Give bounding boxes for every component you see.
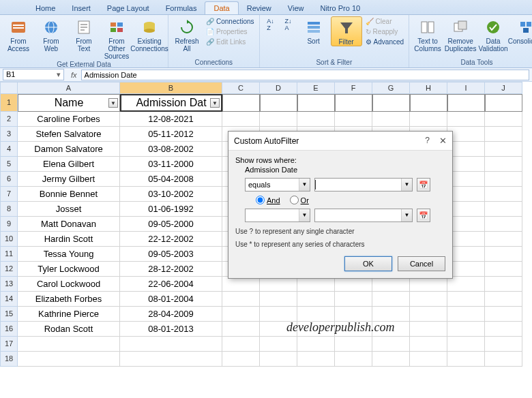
cell[interactable]	[485, 322, 522, 337]
cell[interactable]	[372, 337, 410, 352]
cell[interactable]	[372, 277, 410, 292]
cell[interactable]: Hardin Scott	[18, 232, 120, 247]
cell[interactable]	[222, 322, 260, 337]
cell[interactable]	[297, 292, 335, 307]
cell[interactable]: 08-01-2004	[120, 292, 222, 307]
cell[interactable]	[410, 94, 447, 112]
from-other-sources-button[interactable]: From Other Sources	[101, 16, 132, 60]
cell[interactable]: 09-05-2003	[120, 247, 222, 262]
cell[interactable]	[120, 352, 222, 367]
cell[interactable]	[447, 247, 485, 262]
help-button[interactable]: ?	[425, 136, 430, 146]
cell[interactable]	[485, 277, 522, 292]
cell[interactable]	[410, 352, 447, 367]
cell[interactable]	[222, 307, 260, 322]
from-access-button[interactable]: From Access	[3, 16, 34, 52]
row-header[interactable]: 7	[0, 187, 18, 202]
cell[interactable]	[410, 322, 447, 337]
cell[interactable]	[447, 94, 485, 112]
tab-view[interactable]: View	[280, 2, 312, 14]
cell[interactable]	[485, 337, 522, 352]
cell[interactable]	[447, 127, 485, 142]
cell[interactable]	[485, 232, 522, 247]
tab-insert[interactable]: Insert	[63, 2, 99, 14]
cell[interactable]: Elena Gilbert	[18, 157, 120, 172]
cell[interactable]: Kathrine Pierce	[18, 307, 120, 322]
cell[interactable]	[222, 94, 260, 112]
cell[interactable]	[485, 157, 522, 172]
ok-button[interactable]: OK	[344, 256, 392, 271]
row-header[interactable]: 14	[0, 292, 18, 307]
formula-input[interactable]: Admission Date	[81, 70, 529, 80]
cell[interactable]	[447, 112, 485, 127]
col-header-f[interactable]: F	[335, 82, 372, 94]
cell[interactable]: Carol Lockwood	[18, 277, 120, 292]
cell[interactable]	[447, 307, 485, 322]
fx-icon[interactable]: fx	[67, 71, 81, 79]
text-to-columns-button[interactable]: Text to Columns	[412, 16, 443, 52]
cell[interactable]: 01-06-1992	[120, 202, 222, 217]
cell[interactable]	[447, 172, 485, 187]
cell[interactable]	[447, 262, 485, 277]
cell[interactable]: 12-08-2021	[120, 112, 222, 127]
cell[interactable]	[372, 352, 410, 367]
col-header-c[interactable]: C	[222, 82, 260, 94]
value1-combo[interactable]: ▼	[314, 178, 413, 192]
date-picker1-button[interactable]: 📅	[417, 178, 430, 192]
data-validation-button[interactable]: Data Validation	[477, 16, 509, 52]
cell[interactable]	[447, 292, 485, 307]
col-header-i[interactable]: I	[447, 82, 485, 94]
cell[interactable]: Jermy Gilbert	[18, 172, 120, 187]
row-header[interactable]: 3	[0, 127, 18, 142]
date-picker2-button[interactable]: 📅	[417, 209, 430, 222]
cell[interactable]: 28-04-2009	[120, 307, 222, 322]
row-header[interactable]: 15	[0, 307, 18, 322]
cell[interactable]	[447, 322, 485, 337]
close-button[interactable]: ✕	[439, 136, 447, 146]
tab-formulas[interactable]: Formulas	[158, 2, 205, 14]
row-header[interactable]: 5	[0, 157, 18, 172]
cell[interactable]	[335, 292, 372, 307]
cell[interactable]	[447, 232, 485, 247]
cell[interactable]	[335, 307, 372, 322]
filter-dropdown-button[interactable]: ▼	[210, 98, 220, 108]
cell[interactable]	[372, 94, 410, 112]
cell[interactable]: 05-11-2012	[120, 127, 222, 142]
cell[interactable]	[447, 337, 485, 352]
row-header[interactable]: 2	[0, 112, 18, 127]
advanced-button[interactable]: ⚙Advanced	[364, 37, 406, 47]
col-header-a[interactable]: A	[18, 82, 120, 94]
col-header-e[interactable]: E	[297, 82, 335, 94]
operator1-combo[interactable]: equals▼	[245, 178, 310, 192]
row-header[interactable]: 18	[0, 352, 18, 367]
cell[interactable]	[410, 277, 447, 292]
row-header[interactable]: 11	[0, 247, 18, 262]
row-header[interactable]: 13	[0, 277, 18, 292]
cell[interactable]	[485, 94, 522, 112]
cell[interactable]: 03-10-2002	[120, 187, 222, 202]
cell[interactable]	[335, 337, 372, 352]
cell[interactable]	[260, 292, 297, 307]
cell[interactable]	[485, 352, 522, 367]
cell[interactable]	[335, 94, 372, 112]
col-header-h[interactable]: H	[410, 82, 447, 94]
cell[interactable]	[410, 337, 447, 352]
cell[interactable]	[222, 352, 260, 367]
cell[interactable]: 28-12-2002	[120, 262, 222, 277]
cell[interactable]	[447, 202, 485, 217]
cell[interactable]	[222, 112, 260, 127]
cell[interactable]	[485, 262, 522, 277]
reapply-button[interactable]: ↻Reapply	[364, 27, 406, 37]
cell[interactable]	[485, 172, 522, 187]
properties-button[interactable]: 📄Properties	[204, 27, 256, 37]
cell[interactable]	[222, 292, 260, 307]
cell[interactable]	[447, 142, 485, 157]
operator2-combo[interactable]: ▼	[245, 209, 310, 222]
cell[interactable]	[297, 352, 335, 367]
cancel-button[interactable]: Cancel	[398, 256, 445, 271]
cell[interactable]	[297, 337, 335, 352]
cell[interactable]: 03-08-2002	[120, 142, 222, 157]
cell[interactable]: Damon Salvatore	[18, 142, 120, 157]
tab-review[interactable]: Review	[239, 2, 280, 14]
cell[interactable]	[447, 352, 485, 367]
